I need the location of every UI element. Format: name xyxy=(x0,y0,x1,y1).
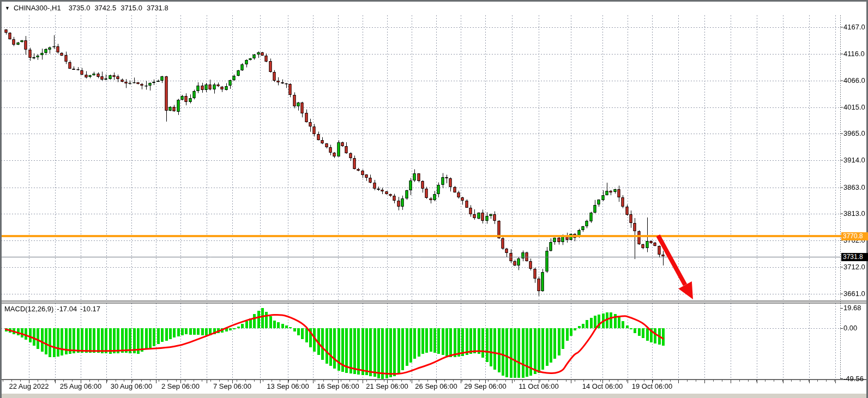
ohlc-high-value: 3742.5 xyxy=(94,4,116,12)
time-axis[interactable] xyxy=(1,379,840,391)
ohlc-low-value: 3715.0 xyxy=(120,4,142,12)
macd-main-value: -17.04 xyxy=(57,305,77,313)
window-footer xyxy=(2,393,866,398)
macd-indicator-name: MACD(12,26,9) xyxy=(4,305,53,313)
ohlc-close-value: 3731.8 xyxy=(147,4,168,12)
price-axis[interactable] xyxy=(840,15,868,379)
chart-canvas[interactable] xyxy=(0,0,868,398)
macd-signal-value: -10.17 xyxy=(80,305,100,313)
ohlc-open-value: 3735.0 xyxy=(69,4,91,12)
symbol-period-label: CHINA300-,H1 xyxy=(14,4,61,12)
chart-header: ▼CHINA300-,H13735.03742.53715.03731.8 xyxy=(5,4,173,12)
collapse-toggle-icon[interactable]: ▼ xyxy=(5,5,10,11)
mt4-chart-window: ▼CHINA300-,H13735.03742.53715.03731.8 MA… xyxy=(0,0,868,398)
macd-indicator-label: MACD(12,26,9)-17.04-10.17 xyxy=(4,305,104,313)
